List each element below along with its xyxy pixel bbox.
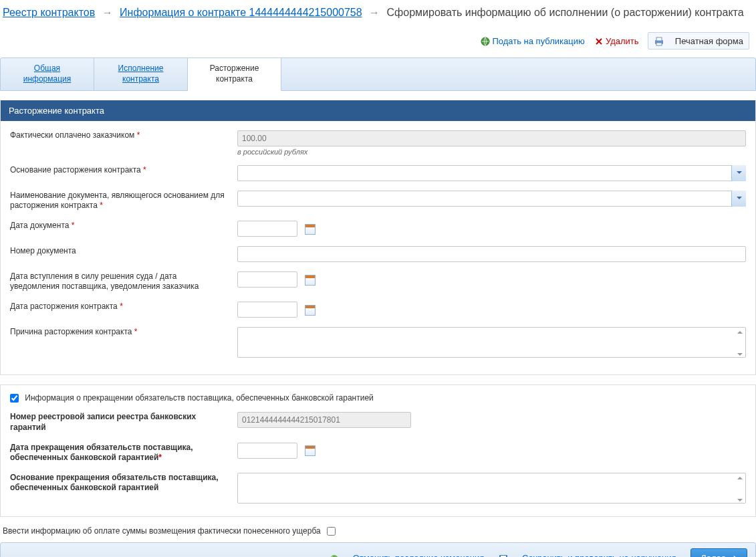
tab-general[interactable]: Общая информация — [1, 58, 94, 90]
breadcrumb-registry-link[interactable]: Реестр контрактов — [3, 7, 95, 18]
basis-label: Основание расторжения контракта * — [10, 165, 237, 176]
doc-name-label: Наименование документа, являющегося осно… — [10, 191, 237, 211]
save-link[interactable]: Сохранить и проверить на нарушения — [522, 553, 676, 557]
term-date-input[interactable] — [237, 302, 297, 318]
svg-rect-3 — [656, 43, 662, 45]
paid-input — [237, 130, 746, 146]
reason-textarea[interactable] — [237, 327, 746, 358]
stop-date-input[interactable] — [237, 443, 297, 459]
delete-link[interactable]: Удалить — [606, 36, 639, 46]
doc-num-input[interactable] — [237, 246, 746, 262]
print-label: Печатная форма — [675, 36, 743, 46]
stop-basis-label: Основание прекращения обязательств поста… — [10, 473, 237, 493]
scrollbar-icon — [735, 328, 745, 358]
breadcrumb-contract-link[interactable]: Информация о контракте 14444444442150007… — [120, 7, 362, 18]
reason-label: Причина расторжения контракта * — [10, 327, 237, 338]
stop-date-label: Дата прекращения обязательств поставщика… — [10, 443, 237, 463]
breadcrumb: Реестр контрактов → Информация о контрак… — [0, 0, 756, 28]
reg-num-input — [237, 412, 411, 428]
calendar-icon[interactable] — [305, 224, 316, 235]
doc-num-label: Номер документа — [10, 246, 237, 257]
damage-row: Ввести информацию об оплате суммы возмещ… — [3, 526, 753, 536]
tabs-container: Общая информация Исполнение контракта Ра… — [0, 58, 756, 90]
damage-label: Ввести информацию об оплате суммы возмещ… — [3, 526, 321, 536]
basis-select[interactable] — [237, 165, 746, 181]
globe-icon — [481, 37, 490, 46]
publish-link[interactable]: Подать на публикацию — [492, 36, 584, 46]
stop-basis-textarea[interactable] — [237, 473, 746, 504]
print-button[interactable]: Печатная форма — [648, 32, 749, 49]
termination-panel: Расторжение контракта Фактически оплачен… — [0, 100, 756, 375]
paid-hint: в российский рублях — [237, 148, 746, 156]
bank-checkbox-label: Информация о прекращении обязательств по… — [25, 393, 373, 403]
svg-rect-2 — [656, 37, 662, 41]
doc-name-select[interactable] — [237, 191, 746, 207]
bank-guarantee-panel: Информация о прекращении обязательств по… — [0, 384, 756, 517]
footer-bar: Отменить последние изменения Сохранить и… — [0, 542, 756, 557]
action-toolbar: Подать на публикацию Удалить Печатная фо… — [0, 28, 756, 53]
tab-termination[interactable]: Расторжение контракта — [188, 58, 281, 90]
court-date-label: Дата вступления в силу решения суда / да… — [10, 271, 237, 292]
reg-num-label: Номер реестровой записи реестра банковск… — [10, 412, 237, 433]
doc-date-input[interactable] — [237, 221, 297, 237]
calendar-icon[interactable] — [305, 445, 316, 456]
undo-icon — [330, 554, 339, 557]
next-button[interactable]: Далее➔ — [690, 548, 747, 557]
chevron-right-icon: → — [369, 7, 380, 18]
delete-icon — [595, 37, 603, 45]
chevron-right-icon: → — [102, 7, 113, 18]
dropdown-icon[interactable] — [731, 165, 746, 181]
panel-title: Расторжение контракта — [1, 100, 755, 121]
breadcrumb-current: Сформировать информацию об исполнении (о… — [387, 7, 744, 18]
tab-execution[interactable]: Исполнение контракта — [94, 58, 188, 90]
scrollbar-icon — [735, 474, 745, 504]
paid-label: Фактически оплачено заказчиком * — [10, 130, 237, 141]
arrow-right-icon: ➔ — [730, 553, 737, 557]
undo-link[interactable]: Отменить последние изменения — [353, 553, 484, 557]
calendar-icon[interactable] — [305, 305, 316, 316]
calendar-icon[interactable] — [305, 275, 316, 286]
bank-info-checkbox[interactable] — [10, 394, 19, 403]
term-date-label: Дата расторжения контракта * — [10, 302, 237, 312]
dropdown-icon[interactable] — [731, 191, 746, 207]
court-date-input[interactable] — [237, 271, 297, 288]
printer-icon — [654, 37, 664, 46]
damage-checkbox[interactable] — [327, 527, 336, 536]
save-icon — [499, 554, 508, 557]
doc-date-label: Дата документа * — [10, 221, 237, 231]
